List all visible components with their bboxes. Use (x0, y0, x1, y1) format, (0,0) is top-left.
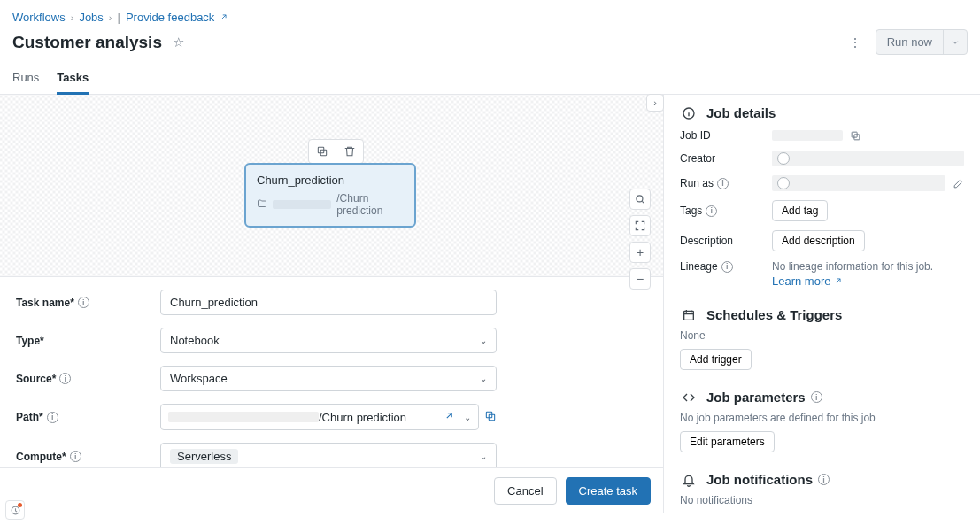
run-now-button[interactable]: Run now (876, 30, 944, 54)
user-icon (777, 177, 790, 189)
info-icon[interactable]: i (78, 297, 89, 308)
redacted-text (273, 200, 331, 209)
description-label: Description (680, 235, 772, 247)
add-description-button[interactable]: Add description (772, 230, 865, 251)
chevron-right-icon: › (71, 12, 74, 23)
info-icon[interactable]: i (811, 391, 822, 403)
task-form: Task name*i Type* Notebook⌄ Source*i Wor… (0, 277, 663, 467)
info-icon[interactable]: i (721, 261, 733, 273)
path-input[interactable]: /Churn prediction ⌄ (160, 404, 479, 430)
edit-parameters-button[interactable]: Edit parameters (680, 431, 775, 452)
collapse-sidebar-handle[interactable]: › (646, 94, 664, 112)
info-icon[interactable]: i (706, 205, 717, 217)
job-notifications-message: No notifications (680, 494, 752, 506)
user-icon (777, 152, 790, 165)
create-task-button[interactable]: Create task (566, 477, 651, 505)
svg-point-2 (637, 196, 643, 202)
lineage-label: Lineage (680, 260, 718, 273)
tab-tasks[interactable]: Tasks (57, 64, 89, 95)
zoom-out-icon[interactable]: − (629, 268, 651, 290)
source-label: Source* (16, 373, 56, 385)
task-node-path-suffix: /Churn prediction (336, 192, 404, 217)
fullscreen-icon[interactable] (629, 215, 651, 236)
external-link-icon[interactable] (444, 410, 455, 424)
redacted-user (772, 151, 964, 166)
task-node-title: Churn_prediction (257, 174, 404, 187)
type-select[interactable]: Notebook⌄ (160, 328, 497, 353)
info-icon (680, 106, 698, 120)
node-toolbar (308, 139, 364, 164)
breadcrumb-jobs[interactable]: Jobs (79, 11, 103, 24)
chevron-right-icon: › (109, 12, 112, 23)
breadcrumb: Workflows › Jobs › | Provide feedback (0, 0, 980, 29)
cancel-button[interactable]: Cancel (494, 477, 556, 505)
learn-more-link[interactable]: Learn more (772, 274, 843, 288)
trash-icon[interactable] (336, 140, 363, 163)
schedules-none: None (680, 329, 706, 342)
notification-dot (18, 503, 22, 507)
search-icon[interactable] (629, 189, 651, 210)
tabs: Runs Tasks (0, 64, 980, 95)
run-as-label: Run as (680, 177, 714, 189)
calendar-icon (680, 308, 698, 322)
page-title: Customer analysis (12, 33, 162, 52)
info-icon[interactable]: i (70, 451, 81, 462)
task-node-churn-prediction[interactable]: Churn_prediction /Churn prediction (244, 163, 416, 228)
task-graph-canvas[interactable]: › Churn_prediction /Churn prediction (0, 95, 663, 277)
chevron-down-icon: ⌄ (480, 452, 487, 461)
add-tag-button[interactable]: Add tag (772, 200, 828, 221)
activity-icon[interactable] (5, 500, 25, 520)
info-icon[interactable]: i (818, 474, 830, 485)
chevron-down-icon: ⌄ (480, 374, 487, 383)
canvas-controls: + − (629, 189, 651, 290)
creator-label: Creator (680, 152, 772, 165)
type-label: Type* (16, 335, 160, 347)
job-notifications-title: Job notifications (706, 472, 813, 487)
source-select[interactable]: Workspace⌄ (160, 366, 497, 391)
job-details-title: Job details (706, 105, 964, 120)
task-name-input[interactable] (160, 290, 497, 315)
star-icon[interactable]: ☆ (173, 35, 184, 50)
copy-icon[interactable] (850, 130, 861, 142)
title-bar: Customer analysis ☆ ⋮ Run now (0, 29, 980, 64)
task-node-path: /Churn prediction (257, 192, 404, 217)
tab-runs[interactable]: Runs (12, 64, 39, 94)
info-icon[interactable]: i (717, 178, 729, 189)
chevron-down-icon: ⌄ (480, 336, 487, 345)
duplicate-icon[interactable] (309, 140, 336, 163)
run-now-group: Run now (876, 29, 968, 55)
folder-icon (257, 198, 267, 212)
form-footer: Cancel Create task (0, 467, 663, 513)
compute-select[interactable]: Serverless⌄ (160, 443, 497, 467)
redacted-user (772, 175, 945, 191)
job-parameters-title: Job parameters (706, 390, 806, 405)
lineage-message: No lineage information for this job. (772, 260, 933, 273)
path-suffix: /Churn prediction (319, 411, 406, 424)
redacted-text (772, 130, 843, 141)
job-details-panel: Job details Job ID Creator Run asi (663, 95, 980, 513)
copy-icon[interactable] (484, 410, 497, 425)
chevron-down-icon[interactable]: ⌄ (464, 413, 471, 422)
job-id-label: Job ID (680, 129, 772, 142)
redacted-text (168, 412, 319, 422)
code-icon (680, 390, 698, 405)
path-label: Path* (16, 411, 43, 423)
job-parameters-message: No job parameters are defined for this j… (680, 412, 876, 424)
compute-label: Compute* (16, 451, 66, 463)
provide-feedback-link[interactable]: Provide feedback (126, 11, 228, 24)
zoom-in-icon[interactable]: + (629, 242, 651, 263)
add-trigger-button[interactable]: Add trigger (680, 349, 752, 370)
info-icon[interactable]: i (47, 412, 58, 423)
schedules-title: Schedules & Triggers (706, 307, 964, 322)
svg-rect-8 (684, 311, 694, 320)
task-name-label: Task name* (16, 297, 74, 309)
info-icon[interactable]: i (59, 373, 71, 384)
bell-icon (680, 473, 698, 487)
tags-label: Tags (680, 205, 702, 217)
kebab-menu-icon[interactable]: ⋮ (844, 30, 867, 55)
edit-icon[interactable] (953, 178, 964, 189)
run-now-dropdown[interactable] (944, 30, 967, 54)
breadcrumb-workflows[interactable]: Workflows (12, 11, 66, 24)
breadcrumb-separator: | (118, 11, 120, 24)
